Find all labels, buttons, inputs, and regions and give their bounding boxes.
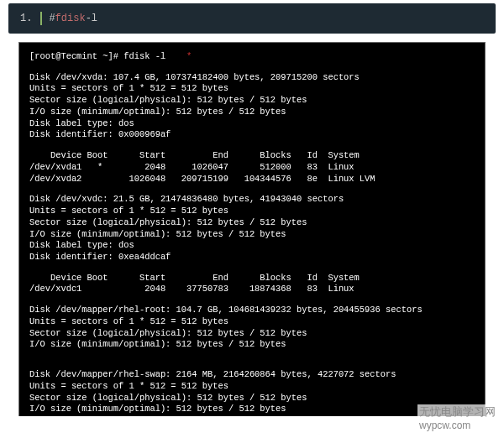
code-cursor-bar: [40, 12, 42, 25]
terminal-output: [root@Tecmint ~]# fdisk -l * Disk /dev/x…: [18, 42, 486, 416]
disk-xvda-units: Units = sectors of 1 * 512 = 512 bytes: [29, 83, 475, 95]
disk-xvda-label: Disk label type: dos: [29, 118, 475, 130]
disk-xvdc-label: Disk label type: dos: [29, 240, 475, 252]
disk-xvdc-io: I/O size (minimum/optimal): 512 bytes / …: [29, 229, 475, 241]
disk-root-header: Disk /dev/mapper/rhel-root: 104.7 GB, 10…: [29, 305, 475, 316]
blank-line: [29, 351, 475, 360]
watermark: 无忧电脑学习网 wypcw.com: [417, 404, 497, 431]
code-line-number: 1.: [20, 13, 32, 24]
disk-xvda-id: Disk identifier: 0x000969af: [29, 129, 475, 141]
prompt-asterisk-icon: *: [186, 51, 192, 61]
disk-root-io: I/O size (minimum/optimal): 512 bytes / …: [29, 339, 475, 351]
watermark-url: wypcw.com: [419, 420, 470, 431]
partition-row-xvdc1: /dev/xvdc1 2048 37750783 18874368 83 Lin…: [29, 284, 475, 295]
disk-swap-units: Units = sectors of 1 * 512 = 512 bytes: [29, 381, 475, 393]
blank-line: [29, 63, 475, 72]
disk-xvdc-sector: Sector size (logical/physical): 512 byte…: [29, 217, 475, 229]
terminal-prompt-line: [root@Tecmint ~]# fdisk -l *: [29, 51, 475, 63]
blank-line: [29, 360, 475, 369]
code-command: fdisk: [55, 13, 86, 24]
partition-row-xvda2: /dev/xvda2 1026048 209715199 104344576 8…: [29, 174, 475, 185]
blank-line: [29, 263, 475, 273]
disk-xvdc-id: Disk identifier: 0xea4ddcaf: [29, 252, 475, 263]
blank-line: [29, 415, 475, 416]
disk-xvda-sector: Sector size (logical/physical): 512 byte…: [29, 95, 475, 107]
disk-swap-io: I/O size (minimum/optimal): 512 bytes / …: [29, 404, 475, 415]
blank-line: [29, 141, 475, 150]
terminal-prompt: [root@Tecmint ~]# fdisk -l: [29, 51, 165, 61]
watermark-text-cn: 无忧电脑学习网: [419, 405, 496, 418]
disk-swap-sector: Sector size (logical/physical): 512 byte…: [29, 393, 475, 404]
disk-root-sector: Sector size (logical/physical): 512 byte…: [29, 328, 475, 340]
disk-xvdc-header: Disk /dev/xvdc: 21.5 GB, 21474836480 byt…: [29, 194, 475, 206]
blank-line: [29, 185, 475, 194]
disk-swap-header: Disk /dev/mapper/rhel-swap: 2164 MB, 216…: [29, 369, 475, 381]
partition-row-xvda1: /dev/xvda1 * 2048 1026047 512000 83 Linu…: [29, 162, 475, 174]
disk-xvda-header: Disk /dev/xvda: 107.4 GB, 107374182400 b…: [29, 72, 475, 84]
disk-root-units: Units = sectors of 1 * 512 = 512 bytes: [29, 316, 475, 328]
partition-table-header: Device Boot Start End Blocks Id System: [29, 273, 475, 284]
disk-xvda-io: I/O size (minimum/optimal): 512 bytes / …: [29, 107, 475, 118]
code-hash: #: [49, 13, 55, 24]
disk-xvdc-units: Units = sectors of 1 * 512 = 512 bytes: [29, 206, 475, 217]
code-flag: -l: [86, 13, 97, 24]
partition-table-header: Device Boot Start End Blocks Id System: [29, 150, 475, 162]
blank-line: [29, 295, 475, 305]
code-snippet-block: 1. # fdisk -l: [8, 3, 496, 34]
